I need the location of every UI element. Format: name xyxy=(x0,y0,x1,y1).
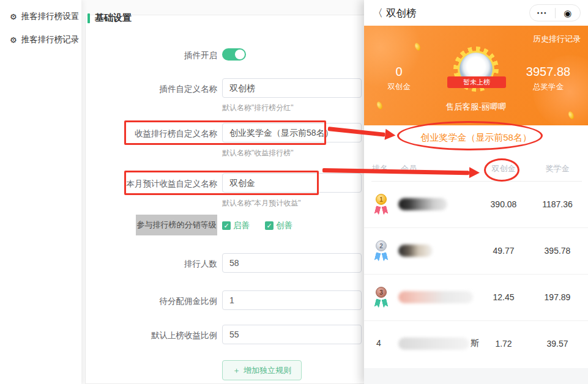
gear-icon: ⚙ xyxy=(10,13,17,21)
gold-medal-icon: 1 xyxy=(373,194,389,215)
sidebar-item-label: 推客排行榜记录 xyxy=(21,34,80,45)
month-revenue-name-input[interactable]: 双创金 xyxy=(222,173,362,193)
member-name-masked xyxy=(398,198,447,210)
header-award: 奖学金 xyxy=(533,163,582,174)
not-ranked-ribbon-badge: 暂未上榜 xyxy=(447,76,506,88)
service-nickname: 售后客服-丽唧唧 xyxy=(364,102,588,113)
revenue-rank-name-label: 收益排行榜自定义名称 xyxy=(92,128,217,139)
dc-value: 49.77 xyxy=(480,246,527,256)
history-rank-link[interactable]: 历史排行记录 xyxy=(533,34,581,45)
blurred-name xyxy=(398,198,447,210)
medal-ribbon xyxy=(374,298,381,308)
member-name-masked: 斯 xyxy=(398,338,479,350)
silver-medal-icon: 2 xyxy=(373,240,389,261)
blurred-name xyxy=(398,291,473,303)
header-dc: 双创金 xyxy=(480,163,527,174)
award-value: 395.78 xyxy=(533,246,582,256)
phone-footer-area xyxy=(364,368,588,384)
section-header: 基础设置 xyxy=(87,12,132,24)
award-value: 39.57 xyxy=(533,339,582,349)
dc-value: 390.08 xyxy=(480,199,527,209)
section-title: 基础设置 xyxy=(95,12,132,24)
dc-value: 12.45 xyxy=(480,292,527,302)
phone-preview-panel: 〈 双创榜 ●●● ◉ 历史排行记录 0 双创金 3957.88 总奖学金 xyxy=(364,0,588,384)
member-name-masked xyxy=(398,245,433,257)
plugin-switch-label: 插件开启 xyxy=(92,50,217,61)
left-stat-value: 0 xyxy=(371,65,426,78)
blurred-name xyxy=(398,245,433,257)
more-menu-icon[interactable]: ●●● xyxy=(530,11,555,15)
plugin-name-hint: 默认名称"排行榜分红" xyxy=(222,103,294,113)
ranking-list: 1 390.08 1187.36 2 49.77 395.78 xyxy=(364,182,588,367)
table-row: 2 49.77 395.78 xyxy=(364,228,588,275)
gear-icon: ⚙ xyxy=(10,36,17,44)
list-title: 创业奖学金（显示前58名） xyxy=(364,132,588,144)
table-header-row: 排名 会员 双创金 奖学金 xyxy=(364,163,588,178)
rank-count-label: 排行人数 xyxy=(92,259,217,270)
right-stat: 3957.88 总奖学金 xyxy=(521,65,576,92)
add-rule-button-label: 增加独立规则 xyxy=(244,365,291,376)
header-rank: 排名 xyxy=(372,163,388,174)
rank-count-input[interactable]: 58 xyxy=(222,253,362,273)
blurred-name xyxy=(398,338,469,350)
checkbox-check-icon: ✓ xyxy=(265,221,274,230)
dc-value: 1.72 xyxy=(480,339,527,349)
table-row: 3 12.45 197.89 xyxy=(364,275,588,321)
right-stat-value: 3957.88 xyxy=(521,65,576,78)
month-revenue-name-hint: 默认名称"本月预计收益" xyxy=(222,198,301,209)
month-revenue-name-label: 本月预计收益自定义名称 xyxy=(92,179,217,190)
checkbox-check-icon: ✓ xyxy=(222,221,231,230)
add-rule-button[interactable]: ＋ 增加独立规则 xyxy=(222,360,302,380)
left-stat: 0 双创金 xyxy=(371,65,426,92)
medal-rank-number: 1 xyxy=(376,194,387,205)
revenue-rank-name-input[interactable]: 创业奖学金（显示前58名） xyxy=(222,123,362,142)
medal-ribbon xyxy=(374,252,381,262)
right-stat-label: 总奖学金 xyxy=(521,82,576,92)
award-value: 1187.36 xyxy=(533,199,582,209)
level-checkbox-qishan[interactable]: ✓ 启善 xyxy=(222,220,250,231)
sidebar: ⚙ 推客排行榜设置 ⚙ 推客排行榜记录 xyxy=(0,0,81,384)
level-checkbox-chuangshan[interactable]: ✓ 创善 xyxy=(265,220,292,231)
phone-navbar: 〈 双创榜 ●●● ◉ xyxy=(364,0,588,26)
plus-icon: ＋ xyxy=(233,365,240,376)
rank-number: 4 xyxy=(376,338,381,348)
section-accent-bar xyxy=(87,13,90,23)
commission-ratio-label: 待分配佣金比例 xyxy=(92,296,217,307)
medal-ribbon xyxy=(381,205,388,215)
name-visible-suffix: 斯 xyxy=(471,338,479,349)
medal-ribbon xyxy=(374,205,381,215)
award-value: 197.89 xyxy=(533,292,582,302)
medal-ribbon xyxy=(381,252,388,262)
sidebar-item-label: 推客排行榜设置 xyxy=(21,11,80,22)
close-target-icon[interactable]: ◉ xyxy=(556,9,581,18)
medal-rank-number: 2 xyxy=(376,240,387,251)
miniprogram-capsule: ●●● ◉ xyxy=(529,4,581,21)
ranking-banner: 历史排行记录 0 双创金 3957.88 总奖学金 暂未上榜 售后客服-丽唧唧 xyxy=(364,26,588,125)
toggle-knob xyxy=(235,50,245,59)
medal-ribbon xyxy=(381,298,388,308)
default-ratio-input[interactable]: 55 xyxy=(222,325,362,344)
bronze-medal-icon: 3 xyxy=(373,287,389,308)
levels-label: 参与排行榜的分销等级 xyxy=(136,215,217,235)
level-option-label: 启善 xyxy=(233,220,250,231)
left-stat-label: 双创金 xyxy=(371,82,426,92)
header-member: 会员 xyxy=(401,163,417,174)
revenue-rank-name-hint: 默认名称"收益排行榜" xyxy=(222,148,294,158)
medal-rank-number: 3 xyxy=(376,287,387,298)
sidebar-item-rank-records[interactable]: ⚙ 推客排行榜记录 xyxy=(0,28,81,51)
level-option-label: 创善 xyxy=(276,220,292,231)
plugin-name-label: 插件自定义名称 xyxy=(92,84,217,95)
commission-ratio-input[interactable]: 1 xyxy=(222,290,362,310)
sidebar-item-rank-settings[interactable]: ⚙ 推客排行榜设置 xyxy=(0,5,81,28)
phone-page-title: 双创榜 xyxy=(386,7,417,20)
table-row: 1 390.08 1187.36 xyxy=(364,182,588,228)
default-ratio-label: 默认上榜收益比例 xyxy=(92,330,217,341)
plugin-enable-toggle[interactable] xyxy=(222,48,246,61)
plugin-name-input[interactable]: 双创榜 xyxy=(222,78,362,98)
back-icon[interactable]: 〈 xyxy=(373,6,383,20)
table-row: 4 斯 1.72 39.57 xyxy=(364,321,588,367)
member-name-masked xyxy=(398,291,473,303)
screenshot-root: 基础设置 插件开启 插件自定义名称 双创榜 默认名称"排行榜分红" 收益排行榜自… xyxy=(0,0,588,384)
